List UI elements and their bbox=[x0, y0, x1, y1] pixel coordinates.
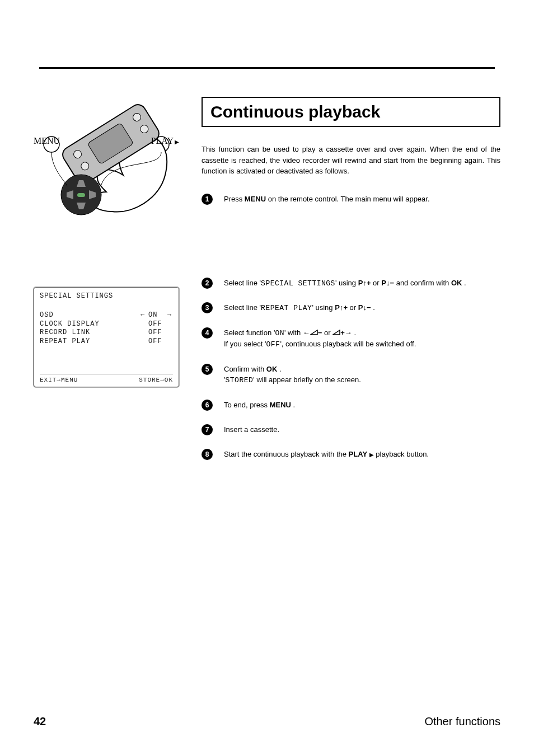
osd-row-label: REPEAT PLAY bbox=[40, 337, 138, 346]
osd-row-label: OSD bbox=[40, 311, 138, 320]
osd-footer-right: STORE→OK bbox=[139, 377, 173, 383]
menu-button-label: MENU bbox=[34, 136, 60, 146]
step-text: Confirm with OK . 'STORED' will appear b… bbox=[224, 364, 500, 386]
step-text: Start the continuous playback with the P… bbox=[224, 449, 500, 460]
play-icon bbox=[369, 450, 374, 458]
step: 7 Insert a cassette. bbox=[202, 424, 500, 435]
osd-row-value: OFF bbox=[148, 337, 165, 346]
step-number: 7 bbox=[202, 424, 213, 435]
osd-text: OFF bbox=[266, 340, 280, 349]
osd-row-label: RECORD LINK bbox=[40, 328, 138, 337]
osd-text: SPECIAL SETTINGS bbox=[261, 279, 335, 288]
step: 5 Confirm with OK . 'STORED' will appear… bbox=[202, 364, 500, 386]
menu-button-ref: MENU bbox=[245, 195, 266, 203]
remote-illustration: MENU PLAY bbox=[34, 102, 179, 226]
osd-row-value: OFF bbox=[148, 328, 165, 337]
step: 6 To end, press MENU . bbox=[202, 400, 500, 411]
plus-icon bbox=[340, 328, 345, 337]
arrow-right-icon: → bbox=[167, 311, 173, 320]
step-number: 2 bbox=[202, 278, 213, 289]
left-column: MENU PLAY bbox=[34, 97, 185, 473]
page-number: 42 bbox=[34, 715, 46, 728]
osd-panel-footer: EXIT→MENU STORE→OK bbox=[40, 377, 173, 383]
step-number: 3 bbox=[202, 302, 213, 313]
step-text: Press MENU on the remote control. The ma… bbox=[224, 194, 500, 205]
play-button-label: PLAY bbox=[151, 136, 179, 146]
step-number: 1 bbox=[202, 194, 213, 205]
osd-row-value: ON bbox=[148, 311, 165, 320]
step-number: 5 bbox=[202, 364, 213, 375]
osd-text: REPEAT PLAY bbox=[261, 304, 312, 312]
page-footer: 42 Other functions bbox=[34, 715, 500, 728]
section-title: Continuous playback bbox=[210, 102, 491, 121]
osd-panel: SPECIAL SETTINGS OSD ← ON → CLOCK DISPLA… bbox=[34, 287, 179, 387]
step: 3 Select line 'REPEAT PLAY' using P or P… bbox=[202, 302, 500, 314]
right-column: Continuous playback This function can be… bbox=[202, 97, 500, 473]
step-number: 4 bbox=[202, 327, 213, 339]
top-rule bbox=[39, 67, 495, 69]
step-text: Select function 'ON' with or . If you se… bbox=[224, 327, 500, 350]
step: 4 Select function 'ON' with or . If you … bbox=[202, 327, 500, 350]
play-icon bbox=[175, 136, 179, 146]
plus-icon bbox=[343, 303, 348, 312]
play-button-ref: PLAY bbox=[349, 450, 367, 458]
left-arrow-icon bbox=[303, 328, 310, 337]
osd-row: CLOCK DISPLAY OFF bbox=[40, 320, 173, 329]
section-name: Other functions bbox=[424, 715, 500, 728]
minus-icon bbox=[390, 279, 394, 287]
step: 1 Press MENU on the remote control. The … bbox=[202, 194, 500, 205]
arrow-left-icon: ← bbox=[140, 311, 146, 320]
intro-paragraph: This function can be used to play a cass… bbox=[202, 144, 500, 177]
plus-icon bbox=[367, 279, 371, 287]
minus-icon bbox=[367, 303, 371, 312]
step-number: 8 bbox=[202, 449, 213, 460]
step-text: Insert a cassette. bbox=[224, 424, 500, 435]
menu-button-ref: MENU bbox=[270, 401, 291, 409]
step-text: Select line 'SPECIAL SETTINGS' using P o… bbox=[224, 278, 500, 289]
osd-text: ON bbox=[275, 329, 284, 337]
ok-button-ref: OK bbox=[451, 279, 462, 287]
section-title-box: Continuous playback bbox=[202, 97, 500, 127]
step: 2 Select line 'SPECIAL SETTINGS' using P… bbox=[202, 278, 500, 289]
osd-row-label: CLOCK DISPLAY bbox=[40, 320, 138, 329]
osd-footer-left: EXIT→MENU bbox=[40, 377, 78, 383]
step-text: To end, press MENU . bbox=[224, 400, 500, 411]
remote-drawing bbox=[34, 102, 179, 226]
osd-panel-header: SPECIAL SETTINGS bbox=[40, 292, 173, 300]
osd-row: REPEAT PLAY OFF bbox=[40, 337, 173, 346]
osd-row: RECORD LINK OFF bbox=[40, 328, 173, 337]
step-text: Select line 'REPEAT PLAY' using P or P . bbox=[224, 302, 500, 314]
osd-text: STORED bbox=[225, 376, 253, 384]
ok-button-ref: OK bbox=[266, 365, 278, 373]
step: 8 Start the continuous playback with the… bbox=[202, 449, 500, 460]
svg-rect-9 bbox=[77, 193, 85, 197]
right-arrow-icon bbox=[345, 328, 352, 337]
minus-icon bbox=[318, 328, 322, 337]
page: MENU PLAY bbox=[0, 0, 534, 756]
osd-row: OSD ← ON → bbox=[40, 311, 173, 320]
osd-row-value: OFF bbox=[148, 320, 165, 329]
step-number: 6 bbox=[202, 400, 213, 411]
